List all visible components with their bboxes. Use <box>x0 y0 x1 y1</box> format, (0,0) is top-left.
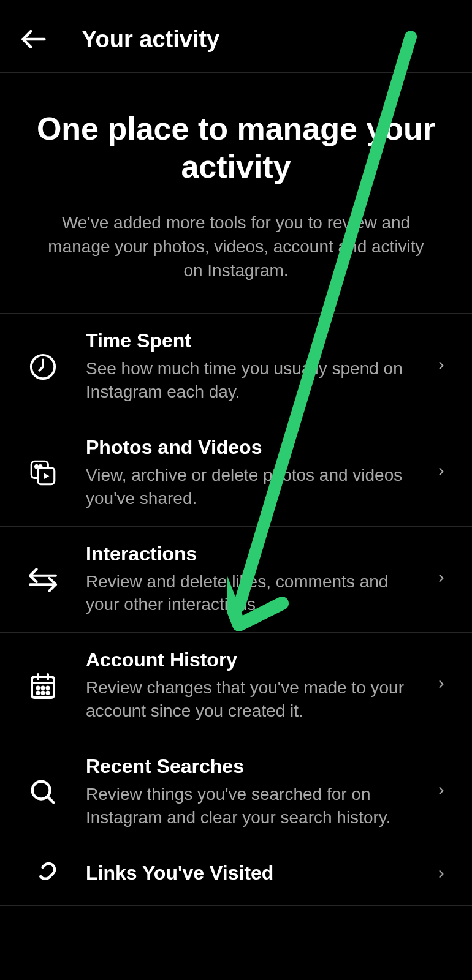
header: Your activity <box>0 0 472 73</box>
svg-point-17 <box>42 692 44 694</box>
chevron-right-icon <box>435 462 454 484</box>
activity-list: Time Spent See how much time you usually… <box>0 314 472 906</box>
arrow-left-icon <box>20 26 47 53</box>
chevron-right-icon <box>435 568 454 590</box>
item-recent-searches[interactable]: Recent Searches Review things you've sea… <box>0 739 472 846</box>
item-description: Review and delete likes, comments and yo… <box>86 570 426 617</box>
svg-line-20 <box>48 797 54 803</box>
item-content: Account History Review changes that you'… <box>67 649 435 723</box>
svg-point-16 <box>37 692 39 694</box>
item-account-history[interactable]: Account History Review changes that you'… <box>0 633 472 739</box>
arrows-swap-icon <box>18 564 67 595</box>
back-button[interactable] <box>18 24 48 54</box>
search-icon <box>18 778 67 806</box>
chevron-right-icon <box>435 356 454 378</box>
svg-point-3 <box>36 466 38 468</box>
item-title: Interactions <box>86 543 426 565</box>
item-interactions[interactable]: Interactions Review and delete likes, co… <box>0 527 472 633</box>
media-icon <box>18 458 67 488</box>
item-links-visited[interactable]: Links You've Visited <box>0 845 472 906</box>
item-content: Time Spent See how much time you usually… <box>67 330 435 404</box>
chevron-right-icon <box>435 864 454 886</box>
item-time-spent[interactable]: Time Spent See how much time you usually… <box>0 314 472 420</box>
svg-point-14 <box>42 687 44 689</box>
item-title: Links You've Visited <box>86 862 426 884</box>
page-title: Your activity <box>82 26 219 53</box>
intro-section: One place to manage your activity We've … <box>0 73 472 314</box>
item-title: Photos and Videos <box>86 436 426 459</box>
item-content: Photos and Videos View, archive or delet… <box>67 436 435 510</box>
item-title: Account History <box>86 649 426 671</box>
svg-point-13 <box>37 687 39 689</box>
item-title: Recent Searches <box>86 755 426 778</box>
clock-icon <box>18 353 67 381</box>
item-description: Review things you've searched for on Ins… <box>86 783 426 829</box>
item-content: Recent Searches Review things you've sea… <box>67 755 435 829</box>
item-description: See how much time you usually spend on I… <box>86 357 426 404</box>
chevron-right-icon <box>435 781 454 803</box>
item-photos-videos[interactable]: Photos and Videos View, archive or delet… <box>0 420 472 527</box>
calendar-icon <box>18 671 67 700</box>
svg-point-18 <box>47 692 48 694</box>
item-description: View, archive or delete photos and video… <box>86 464 426 510</box>
intro-description: We've added more tools for you to review… <box>29 211 443 283</box>
item-title: Time Spent <box>86 330 426 352</box>
item-content: Interactions Review and delete likes, co… <box>67 543 435 617</box>
chevron-right-icon <box>435 674 454 696</box>
item-description: Review changes that you've made to your … <box>86 676 426 723</box>
item-content: Links You've Visited <box>67 862 435 889</box>
intro-title: One place to manage your activity <box>29 110 443 186</box>
link-icon <box>18 861 67 889</box>
svg-point-15 <box>47 687 48 689</box>
